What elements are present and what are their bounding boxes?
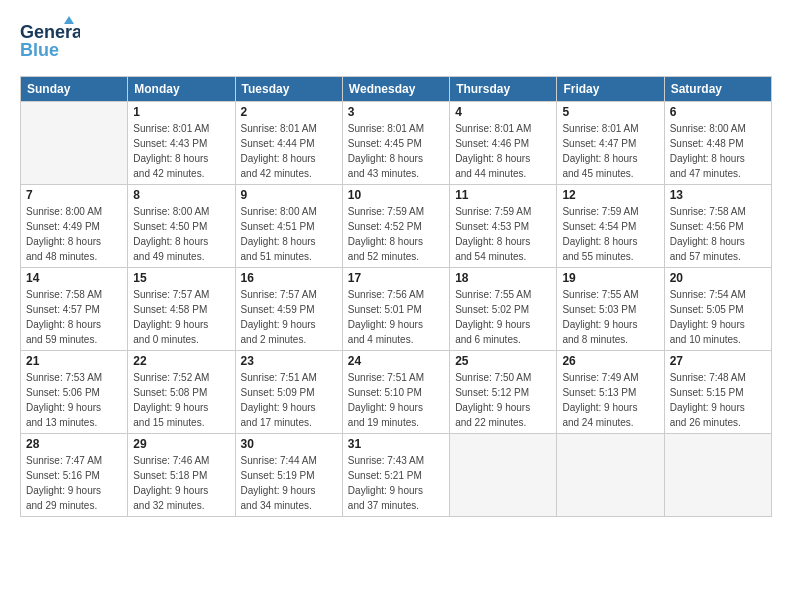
weekday-header-friday: Friday bbox=[557, 77, 664, 102]
day-number: 2 bbox=[241, 105, 337, 119]
day-info: Sunrise: 7:56 AMSunset: 5:01 PMDaylight:… bbox=[348, 287, 444, 347]
calendar-cell: 9Sunrise: 8:00 AMSunset: 4:51 PMDaylight… bbox=[235, 185, 342, 268]
day-info: Sunrise: 7:46 AMSunset: 5:18 PMDaylight:… bbox=[133, 453, 229, 513]
weekday-header-sunday: Sunday bbox=[21, 77, 128, 102]
calendar-cell: 6Sunrise: 8:00 AMSunset: 4:48 PMDaylight… bbox=[664, 102, 771, 185]
day-info: Sunrise: 8:01 AMSunset: 4:46 PMDaylight:… bbox=[455, 121, 551, 181]
day-number: 29 bbox=[133, 437, 229, 451]
calendar-cell: 25Sunrise: 7:50 AMSunset: 5:12 PMDayligh… bbox=[450, 351, 557, 434]
day-number: 17 bbox=[348, 271, 444, 285]
calendar-cell: 31Sunrise: 7:43 AMSunset: 5:21 PMDayligh… bbox=[342, 434, 449, 517]
logo: General Blue bbox=[20, 16, 80, 66]
day-number: 12 bbox=[562, 188, 658, 202]
day-info: Sunrise: 8:01 AMSunset: 4:47 PMDaylight:… bbox=[562, 121, 658, 181]
calendar-cell: 30Sunrise: 7:44 AMSunset: 5:19 PMDayligh… bbox=[235, 434, 342, 517]
calendar-cell: 2Sunrise: 8:01 AMSunset: 4:44 PMDaylight… bbox=[235, 102, 342, 185]
day-number: 19 bbox=[562, 271, 658, 285]
calendar-cell: 23Sunrise: 7:51 AMSunset: 5:09 PMDayligh… bbox=[235, 351, 342, 434]
day-number: 30 bbox=[241, 437, 337, 451]
calendar-cell: 19Sunrise: 7:55 AMSunset: 5:03 PMDayligh… bbox=[557, 268, 664, 351]
day-number: 5 bbox=[562, 105, 658, 119]
day-number: 25 bbox=[455, 354, 551, 368]
calendar-cell: 10Sunrise: 7:59 AMSunset: 4:52 PMDayligh… bbox=[342, 185, 449, 268]
calendar-cell: 16Sunrise: 7:57 AMSunset: 4:59 PMDayligh… bbox=[235, 268, 342, 351]
day-info: Sunrise: 7:50 AMSunset: 5:12 PMDaylight:… bbox=[455, 370, 551, 430]
day-number: 4 bbox=[455, 105, 551, 119]
calendar-cell: 5Sunrise: 8:01 AMSunset: 4:47 PMDaylight… bbox=[557, 102, 664, 185]
day-number: 13 bbox=[670, 188, 766, 202]
day-info: Sunrise: 7:48 AMSunset: 5:15 PMDaylight:… bbox=[670, 370, 766, 430]
day-number: 9 bbox=[241, 188, 337, 202]
calendar-cell: 27Sunrise: 7:48 AMSunset: 5:15 PMDayligh… bbox=[664, 351, 771, 434]
calendar-cell: 21Sunrise: 7:53 AMSunset: 5:06 PMDayligh… bbox=[21, 351, 128, 434]
weekday-header-tuesday: Tuesday bbox=[235, 77, 342, 102]
week-row-0: 1Sunrise: 8:01 AMSunset: 4:43 PMDaylight… bbox=[21, 102, 772, 185]
weekday-header-row: SundayMondayTuesdayWednesdayThursdayFrid… bbox=[21, 77, 772, 102]
day-number: 8 bbox=[133, 188, 229, 202]
calendar-cell: 4Sunrise: 8:01 AMSunset: 4:46 PMDaylight… bbox=[450, 102, 557, 185]
calendar-cell: 24Sunrise: 7:51 AMSunset: 5:10 PMDayligh… bbox=[342, 351, 449, 434]
day-info: Sunrise: 7:53 AMSunset: 5:06 PMDaylight:… bbox=[26, 370, 122, 430]
week-row-2: 14Sunrise: 7:58 AMSunset: 4:57 PMDayligh… bbox=[21, 268, 772, 351]
day-info: Sunrise: 7:47 AMSunset: 5:16 PMDaylight:… bbox=[26, 453, 122, 513]
svg-text:General: General bbox=[20, 22, 80, 42]
calendar-cell: 14Sunrise: 7:58 AMSunset: 4:57 PMDayligh… bbox=[21, 268, 128, 351]
calendar-cell: 22Sunrise: 7:52 AMSunset: 5:08 PMDayligh… bbox=[128, 351, 235, 434]
day-number: 14 bbox=[26, 271, 122, 285]
day-info: Sunrise: 7:58 AMSunset: 4:56 PMDaylight:… bbox=[670, 204, 766, 264]
day-info: Sunrise: 8:00 AMSunset: 4:50 PMDaylight:… bbox=[133, 204, 229, 264]
calendar-cell: 1Sunrise: 8:01 AMSunset: 4:43 PMDaylight… bbox=[128, 102, 235, 185]
svg-text:Blue: Blue bbox=[20, 40, 59, 60]
weekday-header-saturday: Saturday bbox=[664, 77, 771, 102]
calendar-cell: 12Sunrise: 7:59 AMSunset: 4:54 PMDayligh… bbox=[557, 185, 664, 268]
day-info: Sunrise: 7:57 AMSunset: 4:58 PMDaylight:… bbox=[133, 287, 229, 347]
day-number: 27 bbox=[670, 354, 766, 368]
calendar-cell: 18Sunrise: 7:55 AMSunset: 5:02 PMDayligh… bbox=[450, 268, 557, 351]
day-number: 18 bbox=[455, 271, 551, 285]
page: General Blue SundayMondayTuesdayWednesda… bbox=[0, 0, 792, 612]
day-number: 1 bbox=[133, 105, 229, 119]
day-number: 3 bbox=[348, 105, 444, 119]
day-info: Sunrise: 7:49 AMSunset: 5:13 PMDaylight:… bbox=[562, 370, 658, 430]
day-number: 16 bbox=[241, 271, 337, 285]
calendar-cell: 7Sunrise: 8:00 AMSunset: 4:49 PMDaylight… bbox=[21, 185, 128, 268]
svg-marker-2 bbox=[64, 16, 74, 24]
day-number: 22 bbox=[133, 354, 229, 368]
calendar-table: SundayMondayTuesdayWednesdayThursdayFrid… bbox=[20, 76, 772, 517]
day-number: 11 bbox=[455, 188, 551, 202]
weekday-header-thursday: Thursday bbox=[450, 77, 557, 102]
calendar-cell: 26Sunrise: 7:49 AMSunset: 5:13 PMDayligh… bbox=[557, 351, 664, 434]
calendar-cell: 3Sunrise: 8:01 AMSunset: 4:45 PMDaylight… bbox=[342, 102, 449, 185]
calendar-cell: 13Sunrise: 7:58 AMSunset: 4:56 PMDayligh… bbox=[664, 185, 771, 268]
calendar-cell bbox=[557, 434, 664, 517]
day-info: Sunrise: 7:58 AMSunset: 4:57 PMDaylight:… bbox=[26, 287, 122, 347]
day-info: Sunrise: 8:00 AMSunset: 4:48 PMDaylight:… bbox=[670, 121, 766, 181]
calendar-cell bbox=[21, 102, 128, 185]
calendar-cell: 8Sunrise: 8:00 AMSunset: 4:50 PMDaylight… bbox=[128, 185, 235, 268]
day-info: Sunrise: 7:59 AMSunset: 4:52 PMDaylight:… bbox=[348, 204, 444, 264]
day-number: 6 bbox=[670, 105, 766, 119]
day-info: Sunrise: 7:59 AMSunset: 4:54 PMDaylight:… bbox=[562, 204, 658, 264]
week-row-3: 21Sunrise: 7:53 AMSunset: 5:06 PMDayligh… bbox=[21, 351, 772, 434]
logo-icon: General Blue bbox=[20, 16, 80, 66]
day-info: Sunrise: 7:57 AMSunset: 4:59 PMDaylight:… bbox=[241, 287, 337, 347]
day-info: Sunrise: 7:55 AMSunset: 5:02 PMDaylight:… bbox=[455, 287, 551, 347]
weekday-header-wednesday: Wednesday bbox=[342, 77, 449, 102]
day-info: Sunrise: 8:01 AMSunset: 4:43 PMDaylight:… bbox=[133, 121, 229, 181]
header: General Blue bbox=[20, 16, 772, 66]
calendar-cell: 20Sunrise: 7:54 AMSunset: 5:05 PMDayligh… bbox=[664, 268, 771, 351]
day-info: Sunrise: 8:00 AMSunset: 4:49 PMDaylight:… bbox=[26, 204, 122, 264]
calendar-cell: 17Sunrise: 7:56 AMSunset: 5:01 PMDayligh… bbox=[342, 268, 449, 351]
calendar-cell: 29Sunrise: 7:46 AMSunset: 5:18 PMDayligh… bbox=[128, 434, 235, 517]
day-info: Sunrise: 7:55 AMSunset: 5:03 PMDaylight:… bbox=[562, 287, 658, 347]
day-info: Sunrise: 7:59 AMSunset: 4:53 PMDaylight:… bbox=[455, 204, 551, 264]
day-number: 28 bbox=[26, 437, 122, 451]
day-info: Sunrise: 7:52 AMSunset: 5:08 PMDaylight:… bbox=[133, 370, 229, 430]
day-info: Sunrise: 8:01 AMSunset: 4:45 PMDaylight:… bbox=[348, 121, 444, 181]
calendar-cell bbox=[664, 434, 771, 517]
day-info: Sunrise: 7:51 AMSunset: 5:10 PMDaylight:… bbox=[348, 370, 444, 430]
day-info: Sunrise: 7:51 AMSunset: 5:09 PMDaylight:… bbox=[241, 370, 337, 430]
week-row-4: 28Sunrise: 7:47 AMSunset: 5:16 PMDayligh… bbox=[21, 434, 772, 517]
day-info: Sunrise: 7:43 AMSunset: 5:21 PMDaylight:… bbox=[348, 453, 444, 513]
calendar-cell: 11Sunrise: 7:59 AMSunset: 4:53 PMDayligh… bbox=[450, 185, 557, 268]
